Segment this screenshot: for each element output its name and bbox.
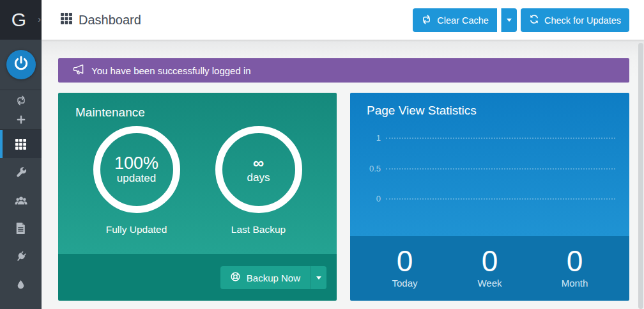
sync-icon xyxy=(529,14,539,26)
sidebar-item-add[interactable] xyxy=(0,110,42,130)
sidebar-item-refresh[interactable] xyxy=(0,90,42,110)
page-title: Dashboard xyxy=(79,13,141,28)
backup-stat: ∞ days Last Backup xyxy=(197,126,319,235)
maintenance-title: Maintenance xyxy=(75,106,145,120)
wrench-icon xyxy=(15,166,27,178)
page-views-title: Page View Statistics xyxy=(367,104,477,118)
backup-dropdown-button[interactable] xyxy=(310,266,326,289)
clear-cache-dropdown-button[interactable] xyxy=(501,8,517,32)
grid-icon xyxy=(15,139,26,150)
backup-circle: ∞ days xyxy=(215,126,302,213)
plug-icon xyxy=(15,251,27,263)
y-tick-label: 1 xyxy=(350,133,386,143)
maintenance-card: Maintenance 100% updated Fully Updated ∞… xyxy=(58,93,337,301)
power-icon xyxy=(13,55,29,74)
alert-message: You have been successfully logged in xyxy=(91,65,251,76)
caret-down-icon xyxy=(507,19,512,22)
stat-today-label: Today xyxy=(392,278,417,289)
sidebar: G › xyxy=(0,0,42,309)
document-icon xyxy=(16,223,26,234)
clear-cache-button[interactable]: Clear Cache xyxy=(413,8,497,32)
sidebar-expand-chevron-icon[interactable]: › xyxy=(38,14,41,24)
check-updates-label: Check for Updates xyxy=(544,15,621,26)
dashboard-page: G › xyxy=(0,0,644,309)
gridline-05: 0.5 xyxy=(350,163,615,173)
drop-icon xyxy=(16,279,26,290)
backup-value: ∞ xyxy=(253,155,264,171)
stat-week-value: 0 xyxy=(482,245,498,278)
backup-now-label: Backup Now xyxy=(247,273,300,283)
dotted-gridline xyxy=(386,138,615,139)
caret-down-icon xyxy=(316,276,321,280)
stat-month-value: 0 xyxy=(567,245,583,278)
stat-month: 0 Month xyxy=(532,245,617,301)
page-views-chart: Page View Statistics 1 0.5 0 xyxy=(350,93,629,236)
backup-label: Last Backup xyxy=(231,224,286,235)
dashboard-grid-icon xyxy=(61,13,72,27)
updated-stat: 100% updated Fully Updated xyxy=(75,126,197,235)
updated-value: 100% xyxy=(114,154,158,172)
power-logo[interactable] xyxy=(6,50,36,79)
maintenance-circles: 100% updated Fully Updated ∞ days Last B… xyxy=(75,126,319,235)
stat-month-label: Month xyxy=(562,278,588,289)
backup-button-group: Backup Now xyxy=(220,266,326,289)
top-header: Dashboard Clear Cache xyxy=(42,0,644,40)
page-title-group: Dashboard xyxy=(61,0,141,40)
dotted-gridline xyxy=(386,198,615,200)
stat-week: 0 Week xyxy=(447,245,532,301)
logo-letter: G xyxy=(12,9,26,31)
users-icon xyxy=(15,195,27,205)
dotted-gridline xyxy=(386,168,615,170)
app-logo[interactable]: G › xyxy=(0,0,42,40)
gridline-1: 1 xyxy=(350,132,615,143)
sidebar-brand-section xyxy=(0,40,42,90)
success-alert: You have been successfully logged in xyxy=(58,58,629,83)
sidebar-item-users[interactable] xyxy=(0,186,42,214)
page-views-card: Page View Statistics 1 0.5 0 0 Today 0 W… xyxy=(350,93,629,301)
sidebar-item-plugins[interactable] xyxy=(0,242,42,271)
updated-unit: updated xyxy=(117,172,156,185)
backup-unit: days xyxy=(247,171,270,184)
header-actions: Clear Cache Check for Updates xyxy=(413,8,629,32)
y-tick-label: 0 xyxy=(350,194,386,203)
gridline-0: 0 xyxy=(350,193,615,203)
sidebar-item-tools[interactable] xyxy=(0,158,42,186)
check-updates-button[interactable]: Check for Updates xyxy=(521,8,629,32)
retweet-icon xyxy=(15,95,27,106)
page-views-footer: 0 Today 0 Week 0 Month xyxy=(350,236,629,301)
maintenance-body: Maintenance 100% updated Fully Updated ∞… xyxy=(58,93,337,254)
y-tick-label: 0.5 xyxy=(350,164,386,173)
sidebar-item-logs[interactable] xyxy=(0,214,42,242)
retweet-icon xyxy=(421,14,432,27)
plus-icon xyxy=(16,115,26,125)
sidebar-item-themes[interactable] xyxy=(0,271,42,299)
updated-circle: 100% updated xyxy=(93,126,180,213)
megaphone-icon xyxy=(73,64,85,77)
life-ring-icon xyxy=(230,271,241,284)
sidebar-item-dashboard[interactable] xyxy=(0,130,42,158)
maintenance-footer: Backup Now xyxy=(58,254,337,301)
clear-cache-label: Clear Cache xyxy=(437,15,489,26)
vertical-scrollbar-thumb[interactable] xyxy=(638,43,643,309)
stat-week-label: Week xyxy=(477,278,502,289)
stat-today-value: 0 xyxy=(397,245,413,278)
stat-today: 0 Today xyxy=(362,245,447,301)
updated-label: Fully Updated xyxy=(106,224,167,235)
backup-now-button[interactable]: Backup Now xyxy=(220,266,310,289)
